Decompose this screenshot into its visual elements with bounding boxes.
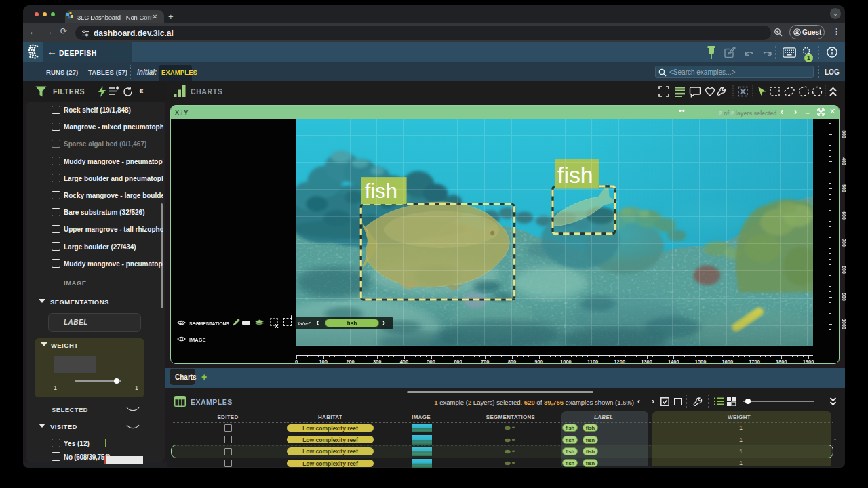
svg-text:fish: fish (557, 163, 593, 187)
svg-text:fish: fish (365, 180, 397, 202)
